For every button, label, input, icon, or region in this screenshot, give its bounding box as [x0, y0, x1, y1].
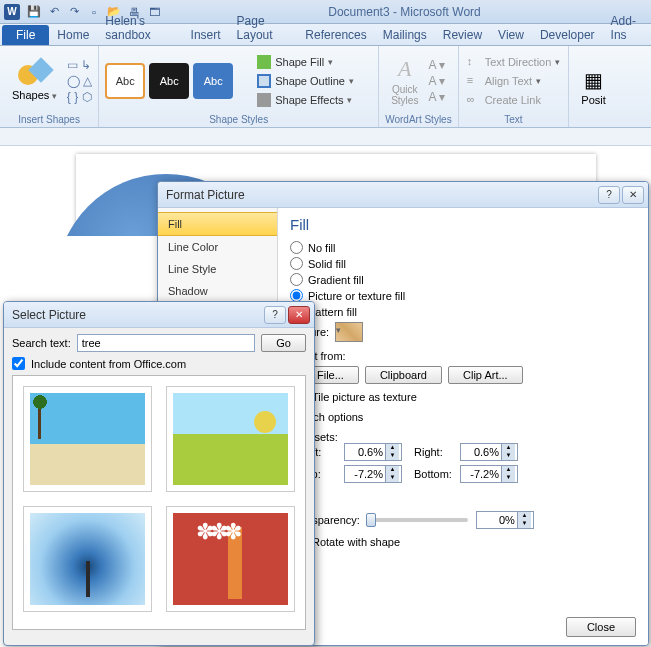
offset-right-input[interactable]: ▲▼ [460, 443, 518, 461]
select-picture-titlebar[interactable]: Select Picture ? ✕ [4, 302, 314, 328]
position-button[interactable]: ▦ Posit [575, 64, 611, 110]
radio-solid-fill[interactable] [290, 257, 303, 270]
shape-fill-menu[interactable]: Shape Fill [255, 54, 356, 70]
help-button[interactable]: ? [598, 186, 620, 204]
shape-quick-grid[interactable]: ▭ ↳◯ △{ } ⬡ [67, 58, 92, 104]
texture-dropdown[interactable] [335, 322, 363, 342]
position-icon: ▦ [584, 68, 603, 92]
include-office-checkbox[interactable] [12, 357, 25, 370]
ribbon-tabs: File Home Helen's sandbox Insert Page La… [0, 24, 651, 46]
ribbon: Shapes ▭ ↳◯ △{ } ⬡ Insert Shapes Abc Abc… [0, 46, 651, 128]
radio-gradient-fill[interactable] [290, 273, 303, 286]
group-label-shape-styles: Shape Styles [105, 114, 372, 127]
outline-icon [257, 74, 271, 88]
create-link-menu[interactable]: ∞Create Link [465, 92, 563, 108]
align-text-menu[interactable]: ≡Align Text [465, 73, 563, 89]
tab-addins[interactable]: Add-Ins [603, 11, 651, 45]
shape-effects-menu[interactable]: Shape Effects [255, 92, 356, 108]
shape-style-2[interactable]: Abc [149, 63, 189, 99]
format-picture-title: Format Picture [166, 188, 245, 202]
tab-view[interactable]: View [490, 25, 532, 45]
shapes-button[interactable]: Shapes [6, 57, 63, 105]
go-button[interactable]: Go [261, 334, 306, 352]
offset-left-input[interactable]: ▲▼ [344, 443, 402, 461]
text-direction-icon: ↕ [467, 55, 481, 69]
search-label: Search text: [12, 337, 71, 349]
close-icon[interactable]: ✕ [622, 186, 644, 204]
clipart-gallery[interactable] [12, 375, 306, 630]
category-fill[interactable]: Fill [158, 212, 277, 236]
group-wordart-styles: A Quick Styles A ▾A ▾A ▾ WordArt Styles [379, 46, 459, 127]
include-office-label: Include content from Office.com [31, 358, 186, 370]
group-label-insert-shapes: Insert Shapes [6, 114, 92, 127]
label-pattern-fill: Pattern fill [308, 306, 357, 318]
select-picture-title: Select Picture [12, 308, 86, 322]
tab-references[interactable]: References [297, 25, 374, 45]
group-arrange: ▦ Posit [569, 46, 617, 127]
tab-developer[interactable]: Developer [532, 25, 603, 45]
shape-style-3[interactable]: Abc [193, 63, 233, 99]
gallery-thumb-winter[interactable] [23, 506, 152, 612]
winter-tree-image [30, 513, 145, 605]
close-button[interactable]: Close [566, 617, 636, 637]
group-text: ↕Text Direction ≡Align Text ∞Create Link… [459, 46, 570, 127]
shape-style-1[interactable]: Abc [105, 63, 145, 99]
tab-sandbox[interactable]: Helen's sandbox [97, 11, 182, 45]
help-button[interactable]: ? [264, 306, 286, 324]
clipart-button[interactable]: Clip Art... [448, 366, 523, 384]
redo-icon[interactable]: ↷ [66, 4, 82, 20]
group-shape-styles: Abc Abc Abc Shape Fill Shape Outline Sha… [99, 46, 379, 127]
gallery-thumb-field[interactable] [166, 386, 295, 492]
insert-from-label: Insert from: [290, 350, 636, 362]
text-direction-menu[interactable]: ↕Text Direction [465, 54, 563, 70]
category-line-style[interactable]: Line Style [158, 258, 277, 280]
effects-icon [257, 93, 271, 107]
wordart-mini: A ▾A ▾A ▾ [428, 58, 445, 104]
beach-image [30, 393, 145, 485]
group-label-wordart: WordArt Styles [385, 114, 452, 127]
tab-mailings[interactable]: Mailings [375, 25, 435, 45]
save-icon[interactable]: 💾 [26, 4, 42, 20]
group-insert-shapes: Shapes ▭ ↳◯ △{ } ⬡ Insert Shapes [0, 46, 99, 127]
tile-label: Tile picture as texture [312, 391, 417, 403]
tab-home[interactable]: Home [49, 25, 97, 45]
category-line-color[interactable]: Line Color [158, 236, 277, 258]
clipboard-button[interactable]: Clipboard [365, 366, 442, 384]
tab-page-layout[interactable]: Page Layout [229, 11, 298, 45]
right-label: Right: [414, 446, 454, 458]
wordart-a-icon: A [398, 56, 411, 82]
transparency-input[interactable]: ▲▼ [476, 511, 534, 529]
radio-no-fill[interactable] [290, 241, 303, 254]
word-icon: W [4, 4, 20, 20]
shapes-icon [18, 61, 50, 87]
tab-file[interactable]: File [2, 25, 49, 45]
transparency-slider[interactable] [368, 518, 468, 522]
shape-outline-menu[interactable]: Shape Outline [255, 73, 356, 89]
rotate-label: Rotate with shape [312, 536, 400, 548]
align-text-icon: ≡ [467, 74, 481, 88]
quick-styles-button[interactable]: A Quick Styles [385, 52, 424, 110]
search-input[interactable] [77, 334, 256, 352]
format-fill-panel: Fill No fill Solid fill Gradient fill Pi… [278, 208, 648, 645]
label-gradient-fill: Gradient fill [308, 274, 364, 286]
close-icon[interactable]: ✕ [288, 306, 310, 324]
stretch-label: Stretch options [290, 411, 636, 423]
bottom-label: Bottom: [414, 468, 454, 480]
undo-icon[interactable]: ↶ [46, 4, 62, 20]
gallery-thumb-red[interactable] [166, 506, 295, 612]
format-picture-titlebar[interactable]: Format Picture ? ✕ [158, 182, 648, 208]
label-no-fill: No fill [308, 242, 336, 254]
fill-heading: Fill [290, 216, 636, 233]
tab-insert[interactable]: Insert [183, 25, 229, 45]
tab-review[interactable]: Review [435, 25, 490, 45]
group-label-text: Text [465, 114, 563, 127]
category-shadow[interactable]: Shadow [158, 280, 277, 302]
offset-top-input[interactable]: ▲▼ [344, 465, 402, 483]
horizontal-ruler[interactable] [0, 128, 651, 146]
link-icon: ∞ [467, 93, 481, 107]
gallery-thumb-beach[interactable] [23, 386, 152, 492]
select-picture-dialog: Select Picture ? ✕ Search text: Go Inclu… [3, 301, 315, 646]
red-tree-image [173, 513, 288, 605]
label-picture-fill: Picture or texture fill [308, 290, 405, 302]
offset-bottom-input[interactable]: ▲▼ [460, 465, 518, 483]
